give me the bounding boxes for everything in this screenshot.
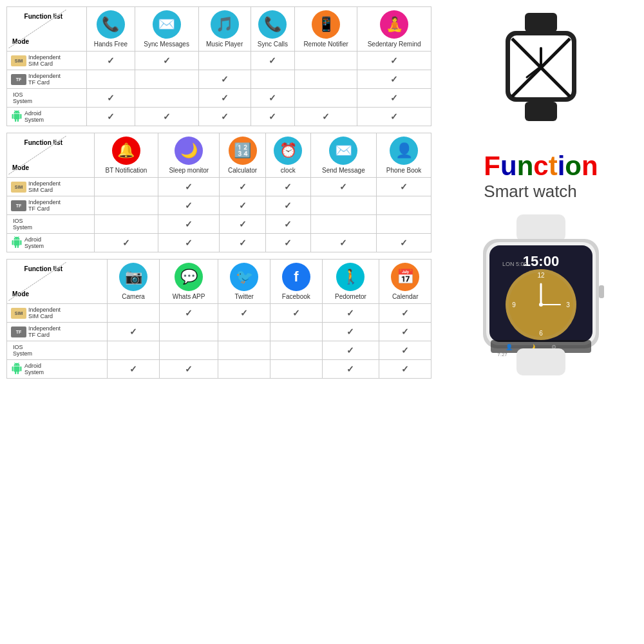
check-cell: ✓ [87,89,135,108]
checkmark: ✓ [284,238,292,248]
mode-icon [11,110,23,123]
check-cell: ✓ [108,323,160,341]
check-cell: ✓ [251,108,294,126]
column-header-1: 🌙 Sleep monitor [158,133,220,178]
corner-bottom-label: Mode [12,290,29,298]
corner-cell: Function list Mode [7,260,108,304]
column-header-0: 🔔 BT Notification [94,133,158,178]
column-label: Send Message [312,167,375,174]
svg-rect-0 [525,13,557,32]
column-label: BT Notification [96,167,157,174]
mode-label: IndependentSIM Card [28,180,61,193]
column-label: Phone Book [378,167,430,174]
checkmark: ✓ [185,364,193,374]
checkmark: ✓ [107,93,115,103]
check-cell: ✓ [218,304,270,323]
check-cell: ✓ [198,70,251,89]
mode-cell: AdroidSystem [7,360,108,379]
check-cell [310,215,376,234]
svg-rect-30 [599,285,604,298]
check-cell: ✓ [220,178,265,196]
column-header-5: 🧘 Sedentary Remind [357,7,431,52]
column-label: Music Player [200,41,249,48]
watch-simple-icon [489,13,592,138]
check-cell [159,341,218,360]
mode-icon: SIM [11,182,26,193]
check-cell: ✓ [357,52,431,70]
checkmark: ✓ [401,345,409,355]
check-cell [310,196,376,215]
mode-cell: TF IndependentTF Card [7,196,95,215]
check-cell [135,89,198,108]
check-cell: ✓ [87,108,135,126]
check-cell: ✓ [220,234,265,252]
check-cell: ✓ [251,89,294,108]
check-cell [377,196,431,215]
check-cell [94,215,158,234]
check-cell: ✓ [265,196,310,215]
mode-label: IndependentTF Card [28,199,61,212]
column-label: Sync Calls [252,41,293,48]
mode-cell: AdroidSystem [7,234,95,252]
column-header-5: 📅 Calendar [379,260,431,304]
checkmark: ✓ [269,55,276,66]
checkmark: ✓ [107,111,115,122]
mode-icon: SIM [11,55,26,66]
table-row: IOSSystem ✓✓ [7,341,431,360]
column-header-2: 🎵 Music Player [198,7,251,52]
check-cell [198,52,251,70]
check-cell: ✓ [87,52,135,70]
column-header-4: 🚶 Pedometor [322,260,379,304]
check-cell [295,89,357,108]
checkmark: ✓ [390,111,398,122]
checkmark: ✓ [284,200,292,211]
checkmark: ✓ [239,219,247,229]
svg-text:6: 6 [539,330,543,337]
table-1-wrapper: Function list Mode 📞 Hands Free ✉️ Sync … [6,6,431,126]
table-2-wrapper: Function list Mode 🔔 BT Notification 🌙 S… [6,133,431,252]
table-row: TF IndependentTF Card ✓✓✓ [7,196,431,215]
check-cell [295,70,357,89]
right-panel: Function Smart watch 15:00 LON 5:09 12 3… [438,0,644,644]
column-header-4: 📱 Remote Notifier [295,7,357,52]
svg-text:3: 3 [566,301,570,308]
feature-table-3: Function list Mode 📷 Camera 💬 Whats APP … [6,259,431,379]
mode-label: AdroidSystem [24,110,44,123]
mode-label: IOSSystem [13,218,32,231]
corner-bottom-label: Mode [12,164,29,171]
table-row: IOSSystem ✓✓✓ [7,215,431,234]
checkmark: ✓ [221,74,229,84]
mode-icon [11,236,23,249]
mode-cell: TF IndependentTF Card [7,323,108,341]
column-header-1: 💬 Whats APP [159,260,218,304]
function-title: Function Smart watch [484,151,598,202]
column-header-5: 👤 Phone Book [377,133,431,178]
mode-label: IndependentTF Card [28,325,61,338]
mode-cell: SIM IndependentSIM Card [7,178,95,196]
check-cell: ✓ [159,304,218,323]
check-cell: ✓ [135,108,198,126]
check-cell: ✓ [270,304,323,323]
mode-label: IndependentSIM Card [28,307,61,319]
column-label: Calculator [221,167,263,174]
svg-rect-8 [516,214,565,242]
checkmark: ✓ [185,219,193,229]
check-cell: ✓ [357,70,431,89]
checkmark: ✓ [269,111,276,122]
check-cell: ✓ [377,178,431,196]
checkmark: ✓ [185,308,193,318]
check-cell: ✓ [158,178,220,196]
mode-label: IndependentSIM Card [28,54,61,67]
mode-icon: TF [11,74,26,85]
check-cell: ✓ [265,215,310,234]
column-label: Remote Notifier [296,41,355,48]
checkmark: ✓ [129,364,137,374]
checkmark: ✓ [129,327,137,337]
check-cell [270,341,323,360]
checkmark: ✓ [390,93,398,103]
mode-cell: SIM IndependentSIM Card [7,304,108,323]
table-row: SIM IndependentSIM Card ✓✓✓✓ [7,52,431,70]
check-cell: ✓ [220,215,265,234]
checkmark: ✓ [284,182,292,192]
checkmark: ✓ [185,182,193,192]
